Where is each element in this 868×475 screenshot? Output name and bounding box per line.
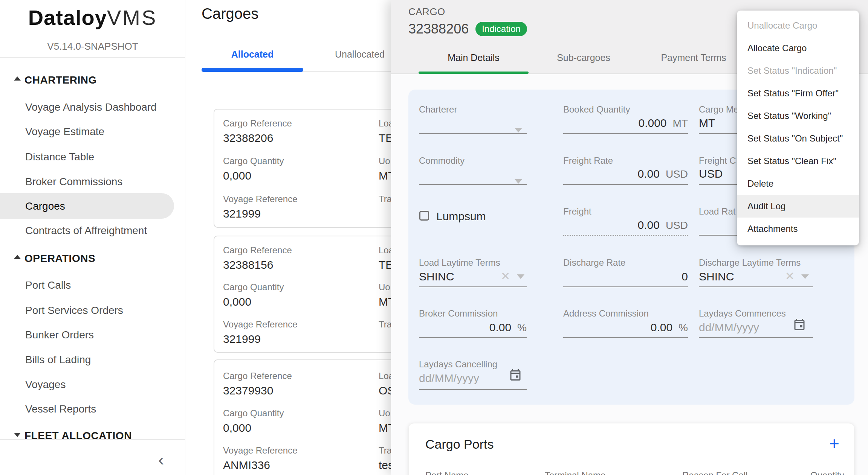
field-value: 0,000 xyxy=(223,295,251,308)
cargo-card[interactable]: Cargo Reference 32388206 Cargo Quantity … xyxy=(214,109,406,228)
broker-commission-input[interactable]: 0.00% xyxy=(419,321,527,334)
page-title: Cargoes xyxy=(202,5,258,22)
menu-item-set-status-firm-offer[interactable]: Set Status "Firm Offer" xyxy=(737,82,859,105)
input-underline xyxy=(419,389,527,390)
field-label: Load Laytime Terms xyxy=(419,257,500,268)
field-label: Voyage Reference xyxy=(223,319,297,330)
booked-quantity-input[interactable]: 0.000MT xyxy=(563,117,688,129)
sidebar-item-port-services-orders[interactable]: Port Services Orders xyxy=(25,302,168,319)
sidebar-collapse-chevron-icon[interactable]: ‹ xyxy=(158,449,164,470)
tab-allocated[interactable]: Allocated xyxy=(202,44,303,64)
field-label: Voyage Reference xyxy=(223,194,297,204)
input-underline xyxy=(699,286,813,287)
input-underline xyxy=(563,184,688,185)
sidebar-item-distance-table[interactable]: Distance Table xyxy=(25,149,168,165)
cargo-measurement-select[interactable]: MT xyxy=(699,117,715,129)
app-version: V5.14.0-SNAPSHOT xyxy=(0,41,185,52)
field-value: 321999 xyxy=(223,207,261,220)
sidebar-item-contracts-of-affreightment[interactable]: Contracts of Affreightment xyxy=(25,222,168,239)
field-label: Cargo Reference xyxy=(223,245,292,256)
discharge-rate-input[interactable]: 0 xyxy=(563,270,688,283)
chevron-down-icon[interactable] xyxy=(517,274,524,279)
sidebar-item-port-calls[interactable]: Port Calls xyxy=(25,277,168,294)
field-label: Load Rat xyxy=(699,206,735,217)
sidebar-item-cargoes[interactable]: Cargoes xyxy=(25,198,168,215)
sidebar-item-voyage-estimate[interactable]: Voyage Estimate xyxy=(25,123,168,140)
lumpsum-checkbox[interactable] xyxy=(419,211,429,221)
cargo-card[interactable]: Cargo Reference 32388156 Cargo Quantity … xyxy=(214,236,406,353)
cargo-actions-menu: Unallocate Cargo Allocate Cargo Set Stat… xyxy=(737,11,859,245)
menu-item-attachments[interactable]: Attachments xyxy=(737,218,859,240)
column-header-quantity: Quantity xyxy=(810,470,844,475)
laydays-commences-input[interactable]: dd/MM/yyyy xyxy=(699,321,759,334)
sidebar-item-voyages[interactable]: Voyages xyxy=(25,376,168,393)
field-label: Cargo Reference xyxy=(223,118,292,129)
sidebar-section-operations[interactable]: OPERATIONS xyxy=(24,252,95,265)
laydays-cancelling-input[interactable]: dd/MM/yyyy xyxy=(419,372,479,385)
field-label: Address Commission xyxy=(563,308,649,319)
input-underline xyxy=(419,337,527,338)
add-cargo-port-button[interactable]: + xyxy=(829,433,839,454)
discharge-laytime-terms-select[interactable]: SHINC xyxy=(699,270,734,283)
freight-readonly-value: 0.00USD xyxy=(563,219,688,231)
chevron-down-icon[interactable] xyxy=(801,274,809,279)
input-underline xyxy=(563,337,688,338)
status-badge: Indication xyxy=(475,22,527,36)
sidebar-item-vessel-reports[interactable]: Vessel Reports xyxy=(25,401,168,417)
freight-rate-input[interactable]: 0.00USD xyxy=(563,167,688,180)
clear-icon[interactable]: ✕ xyxy=(501,269,510,283)
calendar-icon[interactable] xyxy=(509,368,522,382)
menu-item-allocate-cargo[interactable]: Allocate Cargo xyxy=(737,37,859,59)
chevron-down-icon[interactable] xyxy=(515,179,522,184)
field-label: Booked Quantity xyxy=(563,104,630,115)
tab-sub-cargoes[interactable]: Sub-cargoes xyxy=(529,48,639,67)
input-underline xyxy=(699,337,813,338)
tab-payment-terms[interactable]: Payment Terms xyxy=(639,48,749,67)
load-laytime-terms-select[interactable]: SHINC xyxy=(419,270,454,283)
field-label: Charterer xyxy=(419,104,457,115)
address-commission-input[interactable]: 0.00% xyxy=(563,321,688,334)
commodity-select[interactable] xyxy=(419,184,527,185)
app-root: DataloyVMS V5.14.0-SNAPSHOT CHARTERING V… xyxy=(0,0,868,475)
column-header-terminal-name: Terminal Name xyxy=(545,470,605,475)
field-label: Voyage Reference xyxy=(223,445,297,456)
sidebar-section-fleet-allocation[interactable]: FLEET ALLOCATION xyxy=(24,429,132,443)
field-label: Cargo Quantity xyxy=(223,408,284,419)
collapse-section-icon xyxy=(14,255,21,259)
charterer-select[interactable] xyxy=(419,133,527,134)
field-label: Cargo Quantity xyxy=(223,282,284,292)
tab-main-details[interactable]: Main Details xyxy=(419,48,529,67)
freight-currency-select[interactable]: USD xyxy=(699,167,723,180)
modal-reference-row: 32388206 Indication xyxy=(408,21,527,37)
sidebar-item-bills-of-lading[interactable]: Bills of Lading xyxy=(25,352,168,368)
field-value: 0,000 xyxy=(223,169,251,182)
expand-section-icon xyxy=(14,433,21,437)
modal-entity-label: CARGO xyxy=(408,6,445,18)
collapse-section-icon xyxy=(14,76,21,81)
calendar-icon[interactable] xyxy=(793,318,806,331)
menu-item-set-status-on-subject[interactable]: Set Status "On Subject" xyxy=(737,127,859,150)
sidebar-item-bunker-orders[interactable]: Bunker Orders xyxy=(25,327,168,343)
cargo-card[interactable]: Cargo Reference 32379930 Cargo Quantity … xyxy=(214,359,406,475)
cargo-ports-title: Cargo Ports xyxy=(425,437,494,452)
chevron-down-icon[interactable] xyxy=(515,128,522,132)
active-tab-indicator xyxy=(202,68,303,72)
menu-item-set-status-working[interactable]: Set Status "Working" xyxy=(737,105,859,127)
menu-item-set-status-clean-fix[interactable]: Set Status "Clean Fix" xyxy=(737,150,859,172)
column-header-reason-for-call: Reason For Call xyxy=(682,470,747,475)
sidebar-item-voyage-analysis-dashboard[interactable]: Voyage Analysis Dashboard xyxy=(25,99,168,116)
input-underline xyxy=(563,133,688,134)
sidebar: DataloyVMS V5.14.0-SNAPSHOT CHARTERING V… xyxy=(0,0,185,475)
column-header-port-name: Port Name xyxy=(425,470,469,475)
divider xyxy=(0,57,185,58)
field-label: Broker Commission xyxy=(419,308,498,319)
sidebar-item-broker-commissions[interactable]: Broker Commissions xyxy=(25,174,168,190)
menu-item-audit-log[interactable]: Audit Log xyxy=(737,195,859,218)
field-label: Commodity xyxy=(419,155,465,166)
sidebar-section-chartering[interactable]: CHARTERING xyxy=(24,73,97,87)
divider xyxy=(0,439,185,440)
menu-item-set-status-indication: Set Status "Indication" xyxy=(737,59,859,82)
clear-icon[interactable]: ✕ xyxy=(785,269,795,283)
menu-item-delete[interactable]: Delete xyxy=(737,172,859,195)
modal-active-tab-indicator xyxy=(419,72,529,74)
